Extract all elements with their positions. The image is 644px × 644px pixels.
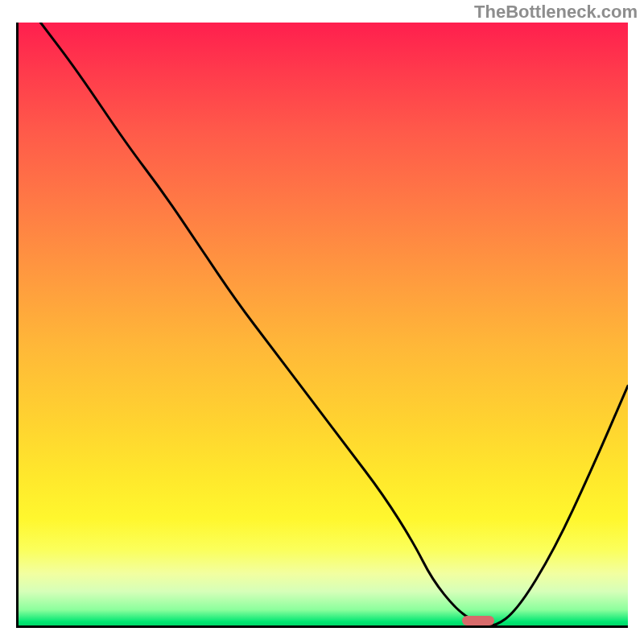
watermark-text: TheBottleneck.com bbox=[474, 2, 638, 23]
axes bbox=[16, 23, 628, 628]
plot-area bbox=[16, 23, 628, 628]
chart-container: TheBottleneck.com bbox=[0, 0, 644, 644]
